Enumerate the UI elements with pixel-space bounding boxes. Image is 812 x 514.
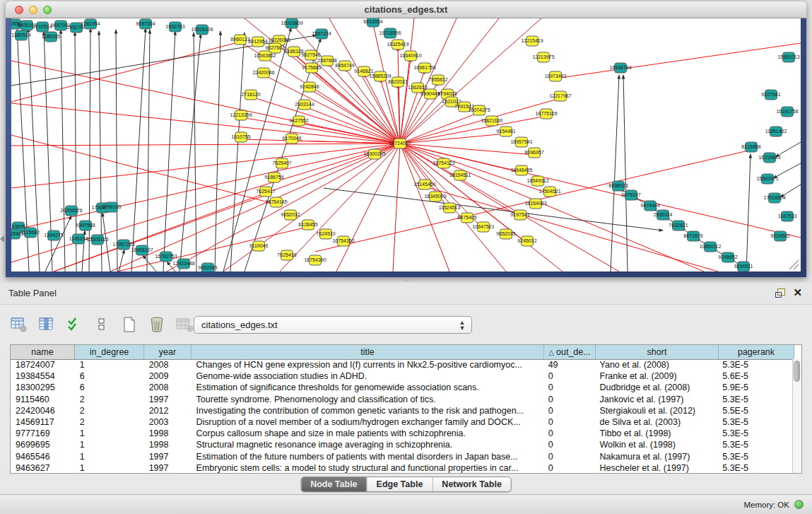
cell-in_degree[interactable]: 1 — [75, 439, 144, 450]
citation-edge[interactable] — [194, 33, 196, 271]
graph-node[interactable]: 18325419 — [387, 40, 408, 49]
cell-in_degree[interactable]: 1 — [75, 359, 144, 370]
cell-in_degree[interactable]: 1 — [75, 451, 144, 462]
graph-node[interactable]: 11973493 — [545, 71, 567, 81]
cell-title[interactable]: Estimation of the future numbers of pati… — [192, 451, 543, 462]
graph-node[interactable]: 12213975 — [532, 52, 554, 62]
graph-node[interactable]: 8471676 — [683, 231, 702, 241]
graph-node[interactable]: 9227541 — [761, 90, 780, 100]
cell-title[interactable]: Tourette syndrome. Phenomenology and cla… — [192, 394, 543, 405]
cell-year[interactable]: 2012 — [144, 405, 192, 416]
cell-name[interactable]: 18724007 — [11, 359, 75, 370]
citation-edge[interactable] — [305, 107, 400, 144]
graph-node[interactable]: 16191758 — [776, 107, 798, 117]
cell-short[interactable]: Dudbridge et al. (2008) — [595, 382, 718, 393]
citation-edge[interactable] — [143, 255, 156, 271]
deselect-all-icon[interactable] — [93, 315, 111, 334]
split-pane-handle[interactable] — [404, 279, 408, 281]
cell-title[interactable]: Investigating the contribution of common… — [192, 405, 543, 416]
graph-node[interactable]: 16210643 — [758, 153, 780, 163]
cell-title[interactable]: Genome-wide association studies in ADHD. — [192, 370, 543, 382]
cell-pagerank[interactable]: 5.3E-5 — [717, 394, 793, 405]
cell-title[interactable]: Embryonic stem cells: a model to study s… — [192, 462, 543, 473]
graph-node[interactable]: 12923448 — [172, 259, 194, 269]
citation-edge[interactable] — [116, 30, 117, 271]
citation-edge[interactable] — [312, 70, 400, 144]
graph-node[interactable]: 9224502 — [770, 231, 789, 241]
cell-name[interactable]: 14569117 — [11, 416, 75, 428]
citation-edge[interactable] — [11, 144, 400, 146]
cell-pagerank[interactable]: 5.3E-5 — [717, 359, 793, 370]
cell-in_degree[interactable]: 1 — [75, 462, 144, 473]
citation-edge[interactable] — [299, 123, 400, 144]
tab-node-table[interactable]: Node Table — [301, 477, 366, 491]
graph-node[interactable]: 9652045 — [198, 263, 217, 271]
column-header-year[interactable]: year — [144, 345, 192, 359]
cell-name[interactable]: 19384554 — [11, 370, 75, 382]
graph-node[interactable]: 18957541 — [510, 137, 532, 147]
graph-node[interactable]: 7625418 — [277, 250, 296, 260]
new-file-icon[interactable] — [120, 315, 139, 334]
citation-edge[interactable] — [230, 33, 245, 271]
cell-title[interactable]: Corpus callosum shape and size in male p… — [192, 428, 543, 439]
cell-in_degree[interactable]: 6 — [75, 370, 144, 382]
graph-node[interactable]: 16782753 — [155, 252, 177, 262]
cell-out_de[interactable]: 49 — [543, 359, 595, 370]
graph-node[interactable]: 8960123 — [230, 35, 249, 45]
table-selector-dropdown[interactable]: citations_edges.txt ▲▼ — [194, 316, 472, 334]
citation-edge[interactable] — [555, 43, 801, 78]
graph-node[interactable]: 11951452 — [765, 127, 787, 136]
graph-node[interactable]: 19518106 — [191, 25, 213, 35]
graph-node[interactable]: 22420046 — [252, 68, 274, 78]
resize-grip-icon[interactable] — [789, 260, 799, 269]
graph-node[interactable]: 16754123 — [433, 158, 454, 168]
table-row[interactable]: 911546021997Tourette syndrome. Phenomeno… — [11, 394, 793, 405]
cell-in_degree[interactable]: 6 — [75, 382, 144, 393]
graph-node[interactable]: 18154923 — [524, 199, 546, 209]
graph-node[interactable]: 1145194 — [69, 234, 88, 244]
citation-edge[interactable] — [45, 216, 71, 271]
citation-edge[interactable] — [89, 28, 90, 271]
graph-node[interactable]: 2718120 — [241, 90, 260, 100]
graph-node[interactable]: 6479197 — [621, 190, 640, 200]
table-row[interactable]: 2242004622012Investigating the contribut… — [11, 405, 793, 416]
show-columns-icon[interactable] — [37, 315, 56, 334]
column-header-pagerank[interactable]: pagerank — [719, 345, 794, 359]
citation-network-graph[interactable]: 1805501380510122105149657001195276022810… — [11, 18, 801, 271]
graph-node[interactable]: 16033809 — [281, 18, 302, 28]
cell-name[interactable]: 9777169 — [11, 428, 75, 439]
cell-pagerank[interactable]: 5.5E-5 — [717, 405, 793, 416]
graph-node[interactable]: 9170046 — [282, 134, 301, 144]
citation-edge[interactable] — [400, 58, 411, 144]
graph-node[interactable]: 15692971 — [756, 174, 778, 184]
cell-short[interactable]: Nakamura et al. (1997) — [595, 451, 718, 462]
table-row[interactable]: 1456911722003Disruption of a novel membe… — [11, 416, 793, 428]
minimize-window-button[interactable] — [29, 6, 37, 14]
graph-node[interactable]: 1952763 — [165, 22, 184, 32]
cell-pagerank[interactable]: 5.3E-5 — [717, 462, 793, 473]
citation-edge[interactable] — [119, 250, 124, 271]
graph-node[interactable]: 17016504 — [763, 193, 785, 203]
citation-edge[interactable] — [223, 28, 291, 271]
cell-in_degree[interactable]: 1 — [75, 428, 144, 439]
citation-edge[interactable] — [280, 144, 400, 271]
graph-node[interactable]: 1810755 — [231, 132, 250, 142]
network-canvas[interactable]: 1805501380510122105149657001195276022810… — [11, 18, 801, 271]
cell-short[interactable]: Yano et al. (2008) — [595, 359, 718, 370]
cell-out_de[interactable]: 0 — [543, 416, 595, 428]
graph-node[interactable]: 9186756 — [264, 173, 283, 182]
graph-node[interactable]: 7625417 — [256, 187, 275, 197]
cell-name[interactable]: 9699695 — [11, 439, 75, 450]
graph-node[interactable]: 15951013 — [777, 52, 799, 62]
cell-short[interactable]: Franke et al. (2009) — [595, 370, 718, 382]
cell-short[interactable]: Stergiakouli et al. (2012) — [595, 405, 718, 416]
graph-node[interactable]: 16754350 — [332, 236, 354, 246]
delete-icon[interactable] — [148, 315, 166, 334]
graph-node[interactable]: 16648784 — [609, 63, 631, 73]
citation-edge[interactable] — [163, 31, 175, 271]
table-row[interactable]: 977716911998Corpus callosum shape and si… — [11, 428, 793, 439]
table-settings-icon[interactable] — [10, 315, 28, 334]
graph-node[interactable]: 19218596 — [379, 28, 401, 38]
cell-year[interactable]: 1998 — [144, 439, 192, 450]
cell-out_de[interactable]: 0 — [543, 405, 595, 416]
